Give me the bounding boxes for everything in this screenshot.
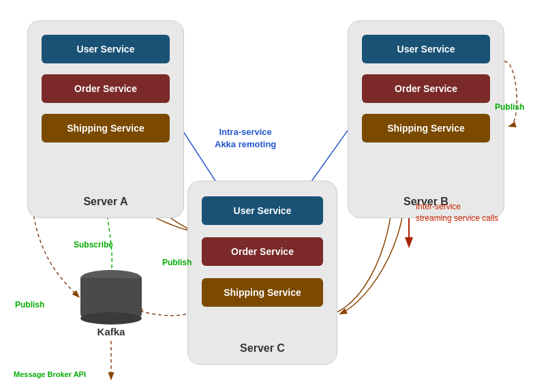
- server-b-user-service: User Service: [362, 35, 490, 63]
- kafka-container: Kafka: [74, 266, 149, 341]
- kafka-cylinder-bottom: [80, 312, 142, 325]
- server-c-panel: User Service Order Service Shipping Serv…: [187, 181, 337, 365]
- server-c-label: Server C: [188, 342, 337, 355]
- diagram-container: User Service Order Service Shipping Serv…: [0, 0, 533, 392]
- server-a-panel: User Service Order Service Shipping Serv…: [27, 20, 184, 218]
- publish-c-label: Publish: [162, 258, 192, 267]
- server-a-user-service: User Service: [42, 35, 170, 63]
- server-b-panel: User Service Order Service Shipping Serv…: [348, 20, 504, 218]
- inter-service-label: Inter-service streaming service calls: [416, 201, 498, 224]
- kafka-cylinder: [80, 270, 142, 325]
- server-b-shipping-service: Shipping Service: [362, 114, 490, 142]
- server-c-user-service: User Service: [202, 196, 323, 225]
- message-broker-label: Message Broker API: [14, 370, 86, 378]
- subscribe-label: Subscribe: [74, 240, 113, 250]
- publish-kafka-label: Publish: [15, 300, 44, 310]
- server-a-label: Server A: [28, 196, 183, 208]
- server-b-order-service: Order Service: [362, 74, 490, 103]
- server-c-order-service: Order Service: [202, 237, 323, 266]
- kafka-label: Kafka: [97, 326, 125, 337]
- intra-service-label: Intra-service Akka remoting: [215, 126, 276, 151]
- publish-b-label: Publish: [495, 102, 524, 112]
- server-a-order-service: Order Service: [42, 74, 170, 103]
- server-c-shipping-service: Shipping Service: [202, 278, 323, 307]
- server-a-shipping-service: Shipping Service: [42, 114, 170, 142]
